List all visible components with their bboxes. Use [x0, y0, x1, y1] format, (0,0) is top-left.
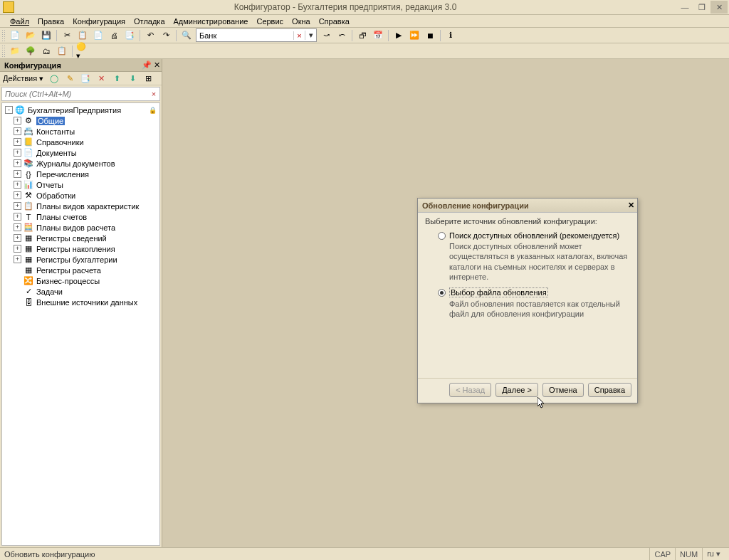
- copy-action-icon[interactable]: 📑: [78, 71, 93, 85]
- tree-row[interactable]: +📒Справочники: [2, 137, 159, 147]
- combo-dropdown-icon[interactable]: ▾: [305, 31, 316, 40]
- dialog-close-icon[interactable]: ✕: [624, 201, 637, 210]
- expand-icon[interactable]: +: [14, 149, 21, 157]
- tree-icon[interactable]: 🌳: [23, 44, 38, 58]
- tree-row[interactable]: +📇Константы: [2, 126, 159, 137]
- print-icon[interactable]: 🖨: [107, 28, 121, 43]
- menu-windows[interactable]: Окна: [288, 16, 315, 27]
- collapse-icon[interactable]: -: [5, 106, 13, 114]
- menu-configuration[interactable]: Конфигурация: [68, 16, 130, 27]
- add-icon[interactable]: ◯: [47, 71, 61, 85]
- minimize-button[interactable]: —: [676, 1, 693, 14]
- tree-row[interactable]: ▦Регистры расчета: [2, 265, 159, 275]
- debug-step-icon[interactable]: ⏩: [407, 28, 421, 43]
- expand-icon[interactable]: +: [14, 245, 21, 253]
- expand-icon[interactable]: +: [14, 223, 21, 231]
- config-icon[interactable]: 📁: [8, 44, 22, 58]
- expand-icon[interactable]: +: [14, 255, 21, 263]
- window-icon[interactable]: 🗗: [355, 28, 369, 43]
- expand-icon[interactable]: +: [14, 213, 21, 221]
- tree-row[interactable]: +📚Журналы документов: [2, 158, 159, 169]
- expand-icon[interactable]: +: [14, 138, 21, 146]
- toolbar-grip-2[interactable]: [1, 45, 6, 58]
- expand-icon[interactable]: +: [14, 202, 21, 210]
- dialog-titlebar[interactable]: Обновление конфигурации ✕: [418, 199, 637, 213]
- edit-icon[interactable]: ✎: [63, 71, 77, 85]
- status-lang[interactable]: ru ▾: [702, 548, 725, 560]
- tree-row[interactable]: -🌐БухгалтерияПредприятия🔒: [2, 105, 159, 115]
- expand-icon[interactable]: +: [14, 127, 21, 135]
- help-button[interactable]: Справка: [588, 383, 631, 397]
- expand-icon[interactable]: +: [14, 117, 21, 125]
- menu-debug[interactable]: Отладка: [130, 16, 169, 27]
- menu-edit[interactable]: Правка: [33, 16, 68, 27]
- actions-label[interactable]: Действия ▾: [3, 74, 43, 83]
- down-icon[interactable]: ⬇: [125, 71, 140, 85]
- delete-icon[interactable]: ✕: [94, 71, 108, 85]
- back-button[interactable]: < Назад: [449, 383, 491, 397]
- tree-row[interactable]: +📄Документы: [2, 147, 159, 158]
- form-icon[interactable]: 🗂: [39, 44, 53, 58]
- find-next-icon[interactable]: ⤻: [319, 28, 333, 43]
- sort-icon[interactable]: ⊞: [141, 71, 155, 85]
- debug-start-icon[interactable]: ▶: [392, 28, 406, 43]
- tree-row[interactable]: +📊Отчеты: [2, 179, 159, 190]
- tree-row[interactable]: +▦Регистры бухгалтерии: [2, 254, 159, 265]
- option-search-updates[interactable]: Поиск доступных обновлений (рекомендуетс…: [438, 231, 630, 282]
- tree-row[interactable]: +⚙Общие: [2, 115, 159, 126]
- module-icon[interactable]: 📋: [55, 44, 69, 58]
- search-clear-icon[interactable]: ×: [148, 90, 159, 98]
- undo-icon[interactable]: ↶: [143, 28, 157, 43]
- help-icon[interactable]: ℹ: [444, 28, 458, 43]
- radio-search-updates[interactable]: [438, 232, 446, 240]
- tree-row[interactable]: ✓Задачи: [2, 286, 159, 297]
- compare-icon[interactable]: 📑: [122, 28, 137, 43]
- debug-stop-icon[interactable]: ⏹: [423, 28, 437, 43]
- expand-icon[interactable]: +: [14, 170, 21, 178]
- search-input[interactable]: [2, 90, 148, 98]
- search-icon[interactable]: 🔍: [179, 28, 194, 43]
- expand-icon[interactable]: +: [14, 159, 21, 167]
- cut-icon[interactable]: ✂: [60, 28, 74, 43]
- tree-row[interactable]: +▦Регистры накопления: [2, 243, 159, 254]
- expand-icon[interactable]: +: [14, 191, 21, 199]
- cancel-button[interactable]: Отмена: [542, 383, 584, 397]
- menu-help[interactable]: Справка: [315, 16, 354, 27]
- search-combo[interactable]: Банк × ▾: [196, 28, 317, 42]
- toolbar-1: 📄 📂 💾 ✂ 📋 📄 🖨 📑 ↶ ↷ 🔍 Банк × ▾ ⤻ ⤺ 🗗 📅 ▶…: [0, 28, 729, 43]
- tree-row[interactable]: +🧮Планы видов расчета: [2, 222, 159, 233]
- combo-clear-icon[interactable]: ×: [293, 31, 305, 40]
- expand-icon[interactable]: +: [14, 234, 21, 242]
- tree-row[interactable]: +ТПланы счетов: [2, 211, 159, 222]
- expand-icon[interactable]: +: [14, 181, 21, 189]
- tree-row[interactable]: 🗄Внешние источники данных: [2, 297, 159, 307]
- tree-row[interactable]: +▦Регистры сведений: [2, 233, 159, 243]
- calc-icon[interactable]: 📅: [371, 28, 385, 43]
- up-icon[interactable]: ⬆: [110, 71, 124, 85]
- menu-file[interactable]: Файл: [6, 16, 33, 27]
- open-icon[interactable]: 📂: [23, 28, 38, 43]
- paste-icon[interactable]: 📄: [91, 28, 105, 43]
- pin-icon[interactable]: 📌: [142, 60, 152, 70]
- maximize-button[interactable]: ❐: [693, 1, 710, 14]
- radio-select-file[interactable]: [438, 289, 446, 297]
- option-select-file[interactable]: Выбор файла обновления Файл обновления п…: [438, 287, 630, 319]
- menu-administration[interactable]: Администрирование: [169, 16, 253, 27]
- tree-row[interactable]: +📋Планы видов характеристик: [2, 201, 159, 211]
- toolbar-grip[interactable]: [1, 29, 6, 42]
- tree-row[interactable]: +{}Перечисления: [2, 169, 159, 179]
- copy-icon[interactable]: 📋: [75, 28, 90, 43]
- panel-search[interactable]: ×: [1, 87, 160, 101]
- find-prev-icon[interactable]: ⤺: [335, 28, 349, 43]
- save-icon[interactable]: 💾: [39, 28, 53, 43]
- new-icon[interactable]: 📄: [8, 28, 22, 43]
- next-button[interactable]: Далее >: [495, 383, 538, 397]
- tree-row[interactable]: 🔀Бизнес-процессы: [2, 275, 159, 286]
- config-tree[interactable]: -🌐БухгалтерияПредприятия🔒+⚙Общие+📇Конста…: [1, 102, 160, 546]
- tree-row[interactable]: +⚒Обработки: [2, 190, 159, 201]
- menu-service[interactable]: Сервис: [252, 16, 288, 27]
- close-button[interactable]: ✕: [710, 1, 728, 14]
- redo-icon[interactable]: ↷: [159, 28, 173, 43]
- run-icon[interactable]: 🟡▾: [75, 44, 90, 58]
- panel-close-icon[interactable]: ✕: [152, 60, 162, 70]
